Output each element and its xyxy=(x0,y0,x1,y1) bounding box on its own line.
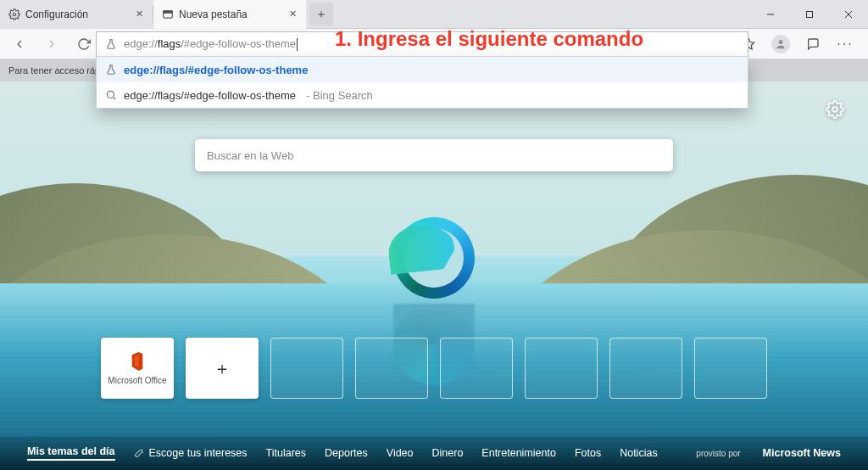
newtab-icon xyxy=(162,8,174,20)
tile-add[interactable]: ＋ xyxy=(186,338,259,399)
tile-empty[interactable] xyxy=(440,338,513,399)
nav-item[interactable]: Dinero xyxy=(432,447,464,459)
toolbar: edge://flags/#edge-follow-os-theme edge:… xyxy=(0,29,868,59)
brand-label: Microsoft News xyxy=(763,447,841,459)
close-window-button[interactable] xyxy=(829,0,868,29)
tile-empty[interactable] xyxy=(525,338,598,399)
svg-point-0 xyxy=(13,13,16,16)
window-controls xyxy=(751,0,868,29)
suggestion-list: edge://flags/#edge-follow-os-theme edge:… xyxy=(96,57,748,109)
suggestion-item[interactable]: edge://flags/#edge-follow-os-theme - Bin… xyxy=(97,82,748,108)
close-icon[interactable]: ✕ xyxy=(132,8,146,21)
address-text: edge://flags/#edge-follow-os-theme xyxy=(124,37,298,51)
close-icon[interactable]: ✕ xyxy=(286,8,299,21)
svg-rect-4 xyxy=(807,11,813,17)
svg-point-7 xyxy=(107,91,114,98)
wand-icon xyxy=(134,448,144,458)
tab-settings[interactable]: Configuración ✕ xyxy=(0,0,153,29)
new-tab-page: Microsoft Office ＋ Mis temas del día Esc… xyxy=(0,81,868,470)
ntp-search-box[interactable] xyxy=(195,139,673,171)
svg-point-11 xyxy=(832,107,837,112)
suggestion-text: edge://flags/#edge-follow-os-theme xyxy=(124,64,308,76)
feedback-button[interactable] xyxy=(800,31,826,57)
nav-item-mytopics[interactable]: Mis temas del día xyxy=(27,445,115,461)
tab-title: Nueva pestaña xyxy=(179,8,281,20)
omnibox-container: edge://flags/#edge-follow-os-theme edge:… xyxy=(96,31,748,109)
tile-office[interactable]: Microsoft Office xyxy=(101,338,174,399)
title-bar: Configuración ✕ Nueva pestaña ✕ ＋ xyxy=(0,0,868,29)
nav-item[interactable]: Video xyxy=(387,447,414,459)
nav-item[interactable]: Deportes xyxy=(325,447,368,459)
flask-icon xyxy=(105,64,117,76)
ntp-settings-button[interactable] xyxy=(826,100,849,124)
profile-button[interactable] xyxy=(768,31,793,57)
nav-item[interactable]: Fotos xyxy=(575,447,601,459)
maximize-button[interactable] xyxy=(790,0,829,29)
gear-icon xyxy=(8,8,20,20)
tile-empty[interactable] xyxy=(355,338,428,399)
tab-newtab[interactable]: Nueva pestaña ✕ xyxy=(153,0,306,29)
ntp-search-input[interactable] xyxy=(207,149,661,162)
suggestion-item[interactable]: edge://flags/#edge-follow-os-theme xyxy=(97,57,748,82)
tile-empty[interactable] xyxy=(609,338,682,399)
refresh-button[interactable] xyxy=(70,31,98,57)
tile-label: Microsoft Office xyxy=(108,376,166,385)
forward-button[interactable] xyxy=(37,31,66,57)
office-icon xyxy=(129,352,146,371)
nav-item[interactable]: Entretenimiento xyxy=(481,447,556,459)
svg-line-8 xyxy=(114,98,116,100)
suggestion-text: edge://flags/#edge-follow-os-theme xyxy=(124,89,296,102)
plus-icon: ＋ xyxy=(214,357,231,380)
nav-item[interactable]: Noticias xyxy=(620,447,657,459)
edge-logo xyxy=(393,217,475,299)
quick-links: Microsoft Office ＋ xyxy=(101,338,767,399)
provided-by-label: provisto por xyxy=(696,449,740,458)
menu-button[interactable]: ··· xyxy=(832,31,858,57)
nav-item-interests[interactable]: Escoge tus intereses xyxy=(134,447,248,459)
back-button[interactable] xyxy=(5,31,34,57)
ntp-bottom-nav: Mis temas del día Escoge tus intereses T… xyxy=(0,436,868,470)
suggestion-subtext: - Bing Search xyxy=(306,89,373,102)
tile-empty[interactable] xyxy=(270,338,343,399)
flask-icon xyxy=(105,38,117,50)
svg-rect-2 xyxy=(164,10,173,12)
tab-title: Configuración xyxy=(25,8,127,20)
address-bar[interactable]: edge://flags/#edge-follow-os-theme xyxy=(96,31,748,57)
minimize-button[interactable] xyxy=(751,0,790,29)
nav-item[interactable]: Titulares xyxy=(266,447,306,459)
tile-empty[interactable] xyxy=(694,338,767,399)
new-tab-button[interactable]: ＋ xyxy=(309,3,333,26)
search-icon xyxy=(105,89,117,101)
svg-point-10 xyxy=(779,40,783,44)
